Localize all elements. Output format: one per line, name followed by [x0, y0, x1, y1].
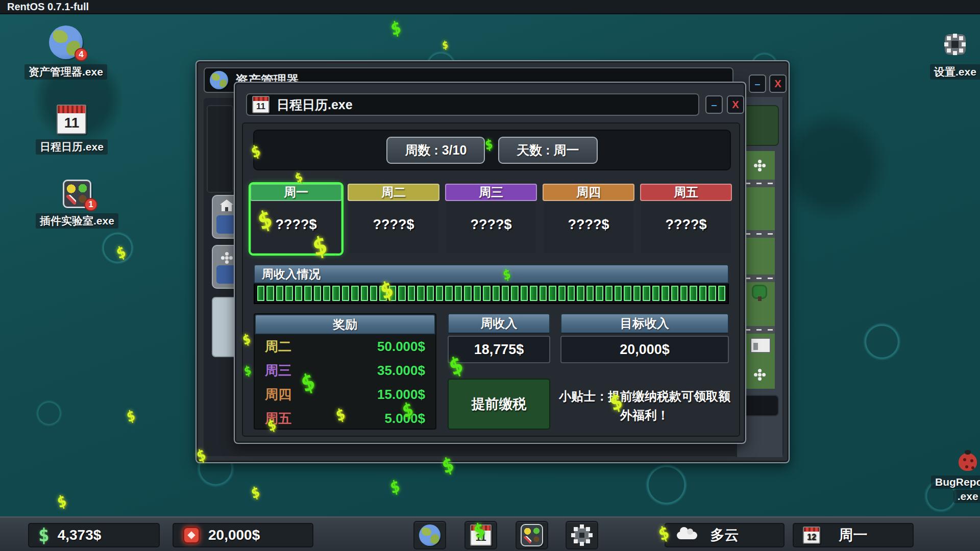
- reward-value: 50.000$: [377, 339, 425, 355]
- calendar-icon: 12: [803, 527, 820, 544]
- calendar-window: 11 日程日历.exe – X 周数 : 3/10 天数 : 周一 周一 ???…: [234, 82, 746, 444]
- taskbar-app-plugin-lab[interactable]: [516, 521, 548, 549]
- taskbar-app-calendar[interactable]: 11: [464, 521, 497, 549]
- calendar-icon: 11: [252, 96, 270, 113]
- progress-segment: [493, 286, 500, 301]
- progress-segment: [332, 286, 339, 301]
- money-sprite: $: [388, 477, 401, 496]
- progress-segment: [549, 286, 556, 301]
- map-tile-flowers: [745, 151, 775, 180]
- icon-label: 设置.exe: [930, 64, 980, 80]
- weekday-text: 周一: [839, 525, 868, 545]
- globe-icon: [419, 524, 440, 546]
- week-counter-button[interactable]: 周数 : 3/10: [386, 137, 485, 164]
- progress-segment: [257, 286, 264, 301]
- reward-row: 周五 5.000$: [255, 407, 435, 431]
- progress-segment: [304, 286, 311, 301]
- map-panel-bottom: [741, 395, 779, 416]
- reward-value: 5.000$: [384, 411, 425, 427]
- taskbar-app-settings[interactable]: [566, 521, 598, 549]
- map-tile-grass: [745, 187, 775, 230]
- window-title: 日程日历.exe: [277, 96, 353, 113]
- day-card-monday[interactable]: 周一 ????$: [251, 185, 341, 253]
- taskbar: $ 4,373$ 20,000$ 11 多云: [0, 516, 980, 551]
- progress-segment: [266, 286, 274, 301]
- rewards-title: 奖励: [255, 314, 435, 335]
- progress-segment: [605, 286, 612, 301]
- week-income-panel: 周收入 18,775$: [448, 313, 550, 363]
- tax-amount: 20,000$: [208, 527, 260, 543]
- reward-day: 周三: [265, 362, 291, 380]
- minimize-button[interactable]: –: [705, 95, 723, 114]
- desktop-icon-bug-reporter[interactable]: BugReporter .exe: [931, 448, 980, 503]
- globe-icon: [210, 71, 228, 89]
- progress-segment: [699, 286, 706, 301]
- progress-segment: [436, 286, 443, 301]
- progress-segment: [323, 286, 330, 301]
- weekday-panel[interactable]: 12 周一: [793, 523, 914, 547]
- pay-tax-button[interactable]: 提前缴税: [448, 379, 550, 430]
- progress-segment: [389, 286, 396, 301]
- money-sprite: $: [389, 18, 402, 39]
- money-sprite: $: [442, 39, 449, 51]
- progress-segment: [558, 286, 566, 301]
- money-amount: 4,373$: [58, 527, 102, 543]
- progress-segment: [662, 286, 669, 301]
- desktop-icon-settings[interactable]: 设置.exe: [930, 30, 980, 80]
- money-sprite: $: [56, 492, 68, 511]
- reward-value: 35.000$: [377, 363, 425, 379]
- day-counter-button[interactable]: 天数 : 周一: [498, 137, 597, 164]
- icon-label: BugReporter: [931, 475, 980, 489]
- progress-segment: [502, 286, 509, 301]
- money-panel: $ 4,373$: [28, 523, 160, 547]
- week-income-title: 周收入: [448, 313, 550, 334]
- progress-segment: [474, 286, 481, 301]
- day-card-friday[interactable]: 周五 ????$: [641, 185, 731, 253]
- reward-day: 周二: [265, 338, 291, 356]
- progress-segment: [680, 286, 688, 301]
- target-income-title: 目标收入: [560, 313, 729, 334]
- progress-segment: [568, 286, 575, 301]
- day-card-tuesday[interactable]: 周二 ????$: [349, 185, 438, 253]
- income-progress-title: 周收入情况: [254, 264, 729, 284]
- close-button[interactable]: X: [769, 74, 787, 93]
- progress-segment: [596, 286, 603, 301]
- desktop-icon-calendar[interactable]: 11 日程日历.exe: [36, 105, 108, 155]
- progress-segment: [342, 286, 349, 301]
- reward-day: 周四: [265, 386, 291, 404]
- minimize-button[interactable]: –: [749, 74, 766, 93]
- day-card-wednesday[interactable]: 周三 ????$: [446, 185, 536, 253]
- notification-badge: 1: [84, 198, 97, 211]
- progress-segment: [276, 286, 283, 301]
- desktop-icon-plugin-lab[interactable]: 1 插件实验室.exe: [36, 180, 118, 229]
- day-card-thursday[interactable]: 周四 ????$: [544, 185, 633, 253]
- progress-segment: [483, 286, 490, 301]
- progress-segment: [577, 286, 584, 301]
- progress-segment: [351, 286, 358, 301]
- ladybug-icon: [955, 448, 980, 472]
- progress-segment: [314, 286, 321, 301]
- tax-coin-icon: [183, 527, 200, 544]
- house-icon: [222, 205, 232, 211]
- progress-segment: [530, 286, 537, 301]
- map-road: [745, 326, 775, 334]
- desktop-icon-asset-manager[interactable]: 4 资产管理器.exe: [24, 26, 107, 80]
- progress-segment: [361, 286, 368, 301]
- flower-icon: [225, 256, 229, 260]
- weather-panel[interactable]: 多云: [665, 523, 785, 547]
- progress-segment: [615, 286, 622, 301]
- close-button[interactable]: X: [727, 95, 744, 114]
- tip-text: 小贴士：提前缴纳税款可领取额外福利！: [555, 381, 734, 430]
- info-strip: 周数 : 3/10 天数 : 周一: [253, 130, 731, 170]
- money-sprite: $: [250, 484, 261, 502]
- taskbar-app-asset-manager[interactable]: [413, 521, 446, 549]
- calendar-titlebar[interactable]: 11 日程日历.exe: [246, 93, 699, 116]
- target-income-panel: 目标收入 20,000$: [560, 313, 729, 363]
- income-progress-panel: 周收入情况: [254, 264, 729, 304]
- notification-badge: 4: [75, 48, 88, 61]
- progress-segment: [690, 286, 697, 301]
- map-road: [745, 180, 775, 187]
- progress-segment: [417, 286, 424, 301]
- progress-segment: [586, 286, 594, 301]
- icon-label: 资产管理器.exe: [24, 64, 107, 80]
